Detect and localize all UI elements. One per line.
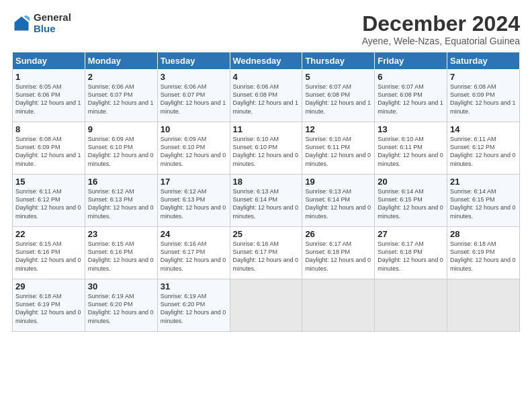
svg-marker-0 [15, 16, 29, 30]
day-info: Sunrise: 6:16 AMSunset: 6:17 PMDaylight:… [161, 240, 227, 273]
calendar-cell: 25Sunrise: 6:16 AMSunset: 6:17 PMDayligh… [230, 227, 302, 279]
page: General Blue December 2024 Ayene, Wele-N… [0, 0, 532, 411]
day-number: 16 [88, 177, 154, 187]
day-info: Sunrise: 6:19 AMSunset: 6:20 PMDaylight:… [161, 292, 227, 325]
day-number: 2 [88, 72, 154, 82]
calendar-week-2: 8Sunrise: 6:08 AMSunset: 6:09 PMDaylight… [13, 122, 520, 175]
day-info: Sunrise: 6:06 AMSunset: 6:08 PMDaylight:… [233, 83, 300, 116]
day-info: Sunrise: 6:10 AMSunset: 6:11 PMDaylight:… [378, 135, 444, 168]
day-info: Sunrise: 6:06 AMSunset: 6:07 PMDaylight:… [161, 83, 227, 116]
calendar-cell: 23Sunrise: 6:15 AMSunset: 6:16 PMDayligh… [85, 227, 157, 279]
day-number: 22 [15, 229, 82, 239]
day-number: 11 [233, 124, 300, 134]
calendar-cell [302, 279, 375, 332]
calendar-cell: 18Sunrise: 6:13 AMSunset: 6:14 PMDayligh… [230, 175, 302, 227]
calendar-cell: 24Sunrise: 6:16 AMSunset: 6:17 PMDayligh… [157, 227, 230, 279]
logo-icon [12, 14, 31, 33]
calendar-cell [375, 279, 447, 332]
day-number: 28 [450, 229, 517, 239]
day-info: Sunrise: 6:06 AMSunset: 6:07 PMDaylight:… [88, 83, 154, 116]
calendar-header-row: SundayMondayTuesdayWednesdayThursdayFrid… [13, 52, 520, 70]
day-number: 18 [233, 177, 300, 187]
day-info: Sunrise: 6:14 AMSunset: 6:15 PMDaylight:… [450, 187, 517, 220]
day-number: 29 [15, 281, 82, 291]
calendar-cell: 27Sunrise: 6:17 AMSunset: 6:18 PMDayligh… [375, 227, 447, 279]
calendar-cell: 21Sunrise: 6:14 AMSunset: 6:15 PMDayligh… [447, 175, 520, 227]
logo-blue: Blue [34, 24, 71, 35]
subtitle: Ayene, Wele-Nzas, Equatorial Guinea [362, 36, 520, 46]
day-info: Sunrise: 6:15 AMSunset: 6:16 PMDaylight:… [88, 240, 154, 273]
day-header-wednesday: Wednesday [230, 52, 302, 70]
day-info: Sunrise: 6:18 AMSunset: 6:19 PMDaylight:… [15, 292, 82, 325]
calendar-cell: 30Sunrise: 6:19 AMSunset: 6:20 PMDayligh… [85, 279, 157, 332]
calendar-cell: 13Sunrise: 6:10 AMSunset: 6:11 PMDayligh… [375, 122, 447, 175]
calendar-cell: 22Sunrise: 6:15 AMSunset: 6:16 PMDayligh… [13, 227, 85, 279]
calendar-cell: 3Sunrise: 6:06 AMSunset: 6:07 PMDaylight… [157, 70, 230, 122]
day-number: 12 [305, 124, 371, 134]
main-title: December 2024 [362, 12, 520, 36]
day-number: 15 [15, 177, 82, 187]
calendar-cell: 12Sunrise: 6:10 AMSunset: 6:11 PMDayligh… [302, 122, 375, 175]
day-number: 7 [450, 72, 517, 82]
day-number: 8 [15, 124, 82, 134]
day-header-sunday: Sunday [13, 52, 85, 70]
day-number: 19 [305, 177, 371, 187]
day-number: 13 [378, 124, 444, 134]
calendar-cell: 16Sunrise: 6:12 AMSunset: 6:13 PMDayligh… [85, 175, 157, 227]
calendar-cell [447, 279, 520, 332]
day-number: 17 [161, 177, 227, 187]
calendar-cell: 4Sunrise: 6:06 AMSunset: 6:08 PMDaylight… [230, 70, 302, 122]
calendar-cell: 1Sunrise: 6:05 AMSunset: 6:06 PMDaylight… [13, 70, 85, 122]
day-number: 25 [233, 229, 300, 239]
day-info: Sunrise: 6:16 AMSunset: 6:17 PMDaylight:… [233, 240, 300, 273]
calendar-cell: 6Sunrise: 6:07 AMSunset: 6:08 PMDaylight… [375, 70, 447, 122]
calendar-cell: 31Sunrise: 6:19 AMSunset: 6:20 PMDayligh… [157, 279, 230, 332]
day-info: Sunrise: 6:17 AMSunset: 6:18 PMDaylight:… [378, 240, 444, 273]
day-number: 14 [450, 124, 517, 134]
day-number: 5 [305, 72, 371, 82]
day-header-thursday: Thursday [302, 52, 375, 70]
calendar-cell: 9Sunrise: 6:09 AMSunset: 6:10 PMDaylight… [85, 122, 157, 175]
day-number: 10 [161, 124, 227, 134]
calendar-cell: 26Sunrise: 6:17 AMSunset: 6:18 PMDayligh… [302, 227, 375, 279]
day-info: Sunrise: 6:09 AMSunset: 6:10 PMDaylight:… [88, 135, 154, 168]
calendar-week-5: 29Sunrise: 6:18 AMSunset: 6:19 PMDayligh… [13, 279, 520, 332]
day-info: Sunrise: 6:19 AMSunset: 6:20 PMDaylight:… [88, 292, 154, 325]
day-number: 1 [15, 72, 82, 82]
day-info: Sunrise: 6:09 AMSunset: 6:10 PMDaylight:… [161, 135, 227, 168]
calendar-week-1: 1Sunrise: 6:05 AMSunset: 6:06 PMDaylight… [13, 70, 520, 122]
day-number: 26 [305, 229, 371, 239]
day-info: Sunrise: 6:05 AMSunset: 6:06 PMDaylight:… [15, 83, 82, 116]
day-info: Sunrise: 6:13 AMSunset: 6:14 PMDaylight:… [233, 187, 300, 220]
day-number: 27 [378, 229, 444, 239]
calendar-table: SundayMondayTuesdayWednesdayThursdayFrid… [12, 52, 520, 332]
day-number: 24 [161, 229, 227, 239]
calendar-cell: 17Sunrise: 6:12 AMSunset: 6:13 PMDayligh… [157, 175, 230, 227]
day-header-friday: Friday [375, 52, 447, 70]
day-info: Sunrise: 6:08 AMSunset: 6:09 PMDaylight:… [15, 135, 82, 168]
day-info: Sunrise: 6:13 AMSunset: 6:14 PMDaylight:… [305, 187, 371, 220]
calendar-cell: 19Sunrise: 6:13 AMSunset: 6:14 PMDayligh… [302, 175, 375, 227]
day-info: Sunrise: 6:07 AMSunset: 6:08 PMDaylight:… [378, 83, 444, 116]
calendar-cell: 28Sunrise: 6:18 AMSunset: 6:19 PMDayligh… [447, 227, 520, 279]
calendar-cell: 2Sunrise: 6:06 AMSunset: 6:07 PMDaylight… [85, 70, 157, 122]
day-info: Sunrise: 6:18 AMSunset: 6:19 PMDaylight:… [450, 240, 517, 273]
day-info: Sunrise: 6:17 AMSunset: 6:18 PMDaylight:… [305, 240, 371, 273]
title-block: December 2024 Ayene, Wele-Nzas, Equatori… [362, 12, 520, 46]
day-info: Sunrise: 6:12 AMSunset: 6:13 PMDaylight:… [88, 187, 154, 220]
calendar-week-4: 22Sunrise: 6:15 AMSunset: 6:16 PMDayligh… [13, 227, 520, 279]
day-info: Sunrise: 6:08 AMSunset: 6:09 PMDaylight:… [450, 83, 517, 116]
calendar-cell: 7Sunrise: 6:08 AMSunset: 6:09 PMDaylight… [447, 70, 520, 122]
day-number: 21 [450, 177, 517, 187]
day-header-saturday: Saturday [447, 52, 520, 70]
day-info: Sunrise: 6:10 AMSunset: 6:10 PMDaylight:… [233, 135, 300, 168]
day-info: Sunrise: 6:12 AMSunset: 6:13 PMDaylight:… [161, 187, 227, 220]
calendar-cell: 15Sunrise: 6:11 AMSunset: 6:12 PMDayligh… [13, 175, 85, 227]
day-number: 23 [88, 229, 154, 239]
logo-general: General [34, 12, 71, 24]
calendar-cell: 20Sunrise: 6:14 AMSunset: 6:15 PMDayligh… [375, 175, 447, 227]
day-number: 3 [161, 72, 227, 82]
day-info: Sunrise: 6:11 AMSunset: 6:12 PMDaylight:… [450, 135, 517, 168]
calendar-cell [230, 279, 302, 332]
day-number: 4 [233, 72, 300, 82]
